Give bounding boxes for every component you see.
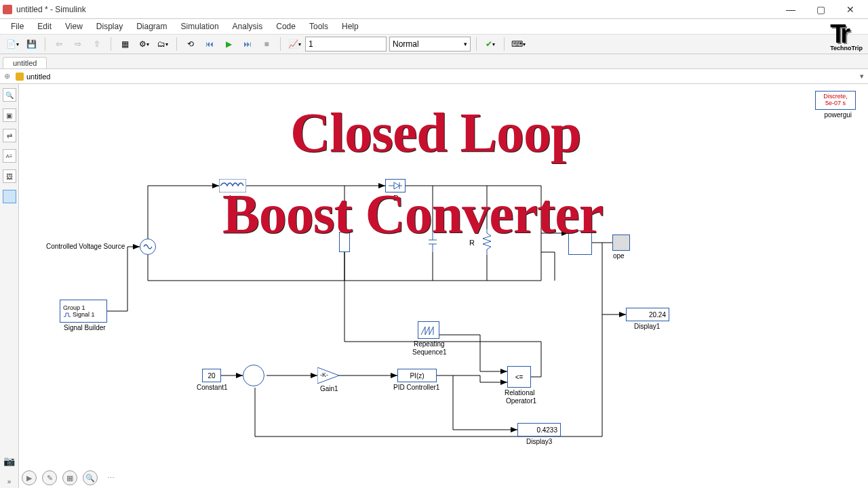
- canvas-bottom-tools: ▶ ✎ ▦ 🔍 ⋯: [22, 470, 118, 485]
- image-button[interactable]: 🖼: [3, 169, 16, 183]
- maximize-button[interactable]: ▢: [806, 0, 835, 19]
- sb-group: Group 1: [63, 304, 85, 311]
- technotrip-logo: Tr TechnoTrip: [830, 19, 863, 52]
- gain-label: Gain1: [320, 385, 338, 392]
- breadcrumb-bar: ⊕ untitled ▾: [0, 69, 868, 84]
- more-button[interactable]: ⋯: [103, 470, 118, 485]
- close-button[interactable]: ✕: [835, 0, 865, 19]
- screenshot-button[interactable]: 📷: [3, 454, 16, 468]
- check-model-button[interactable]: ✔▾: [482, 36, 498, 52]
- controlled-voltage-source-block[interactable]: [140, 239, 156, 255]
- build-icon: ⌨: [511, 39, 523, 49]
- svg-marker-4: [236, 373, 243, 378]
- model-config-button[interactable]: ⚙▾: [136, 36, 152, 52]
- breadcrumb-path[interactable]: untitled: [26, 73, 50, 81]
- constant-label: Constant1: [197, 384, 228, 391]
- expand-button[interactable]: »: [3, 474, 16, 488]
- fit-view-button[interactable]: ▣: [3, 108, 16, 122]
- display1-block[interactable]: 20.24: [626, 308, 669, 321]
- up-button[interactable]: ⇧: [89, 36, 105, 52]
- annotate-button[interactable]: A≡: [3, 149, 16, 163]
- overlay-title-line2: Boost Converter: [222, 182, 603, 246]
- back-button[interactable]: ⇦: [51, 36, 67, 52]
- zoom-button[interactable]: 🔍: [83, 470, 98, 485]
- window-title: untitled * - Simulink: [16, 5, 86, 14]
- stop-button[interactable]: ■: [258, 36, 275, 52]
- svg-marker-8: [500, 369, 507, 374]
- sim-mode-label: Normal: [393, 39, 419, 49]
- chevron-down-icon[interactable]: ▾: [860, 72, 864, 81]
- explorer-icon: 🗂: [157, 39, 165, 49]
- menu-display[interactable]: Display: [90, 20, 130, 33]
- tab-row: untitled: [0, 54, 868, 69]
- model-explorer-button[interactable]: 🗂▾: [155, 36, 171, 52]
- build-button[interactable]: ⌨▾: [510, 36, 526, 52]
- step-back-button[interactable]: ⏮: [201, 36, 218, 52]
- back-arrow-icon: ⇦: [56, 39, 62, 49]
- main-area: 🔍 ▣ ⇄ A≡ 🖼 📷 »: [0, 84, 868, 488]
- powergui-block[interactable]: Discrete, 5e-07 s: [815, 91, 856, 110]
- toolbar-sep: [476, 37, 477, 51]
- sb-signal: Signal 1: [73, 311, 95, 318]
- relop-label1: Relational: [505, 389, 534, 396]
- new-model-button[interactable]: 📄▾: [4, 36, 20, 52]
- run-button[interactable]: ▶: [220, 36, 237, 52]
- arrow-button[interactable]: ⇄: [3, 129, 16, 142]
- forward-button[interactable]: ⇨: [70, 36, 86, 52]
- nav-target-icon[interactable]: ⊕: [4, 72, 10, 81]
- scope-label: ope: [613, 252, 625, 260]
- cvs-label: Controlled Voltage Source: [46, 243, 125, 250]
- relational-operator-block[interactable]: <=: [507, 366, 531, 388]
- record-button[interactable]: ✎: [42, 470, 57, 485]
- menu-tools[interactable]: Tools: [302, 20, 335, 33]
- save-button[interactable]: 💾: [23, 36, 39, 52]
- menu-analysis[interactable]: Analysis: [226, 20, 270, 33]
- menu-diagram[interactable]: Diagram: [130, 20, 174, 33]
- minimize-button[interactable]: —: [776, 0, 806, 19]
- signal-icon: 📈: [288, 39, 298, 49]
- sawtooth-icon: [420, 324, 437, 336]
- stop-time-input[interactable]: [305, 37, 387, 52]
- area-button[interactable]: [3, 190, 16, 203]
- tab-untitled[interactable]: untitled: [3, 57, 47, 68]
- library-browser-button[interactable]: ▦: [117, 36, 133, 52]
- signal-builder-block[interactable]: Group 1 Signal 1: [60, 300, 107, 323]
- simulation-mode-select[interactable]: Normal▾: [389, 37, 471, 52]
- menu-code[interactable]: Code: [269, 20, 302, 33]
- step-forward-button[interactable]: ⏭: [239, 36, 256, 52]
- menu-file[interactable]: File: [4, 20, 31, 33]
- svg-marker-3: [619, 312, 626, 317]
- save-icon: 💾: [26, 39, 37, 49]
- repeating-sequence-block[interactable]: [418, 321, 439, 339]
- menu-simulation[interactable]: Simulation: [174, 20, 226, 33]
- pid-controller-block[interactable]: PI(z): [397, 369, 437, 382]
- simulink-icon: [3, 5, 12, 14]
- sum-block[interactable]: [243, 365, 264, 386]
- gain-value: -K-: [320, 371, 328, 378]
- constant-block[interactable]: 20: [202, 369, 221, 382]
- gain-block[interactable]: -K-: [317, 367, 339, 384]
- model-canvas[interactable]: Discrete, 5e-07 s powergui Controlled Vo…: [19, 84, 868, 488]
- scope-block[interactable]: [612, 235, 630, 251]
- repseq-label1: Repeating: [414, 340, 445, 348]
- menu-view[interactable]: View: [58, 20, 90, 33]
- signal-analyzer-button[interactable]: 📈▾: [286, 36, 302, 52]
- zoom-fit-button[interactable]: 🔍: [3, 88, 16, 102]
- repseq-label2: Sequence1: [412, 348, 447, 356]
- signal-icon: [63, 311, 71, 318]
- library-icon: ▦: [121, 39, 129, 49]
- ready-indicator[interactable]: ▶: [22, 470, 37, 485]
- title-bar: untitled * - Simulink — ▢ ✕: [0, 0, 868, 19]
- fast-restart-button[interactable]: ⟲: [182, 36, 199, 52]
- menu-help[interactable]: Help: [335, 20, 366, 33]
- new-icon: 📄: [6, 39, 16, 49]
- display3-block[interactable]: 0.4233: [517, 423, 561, 436]
- menu-edit[interactable]: Edit: [31, 20, 58, 33]
- powergui-line2: 5e-07 s: [825, 100, 846, 107]
- svg-marker-10: [133, 244, 140, 249]
- pacer-button[interactable]: ▦: [62, 470, 77, 485]
- svg-marker-9: [511, 427, 517, 432]
- step-forward-icon: ⏭: [243, 39, 252, 49]
- pid-label: PID Controller1: [393, 384, 439, 391]
- display1-label: Display1: [634, 323, 660, 330]
